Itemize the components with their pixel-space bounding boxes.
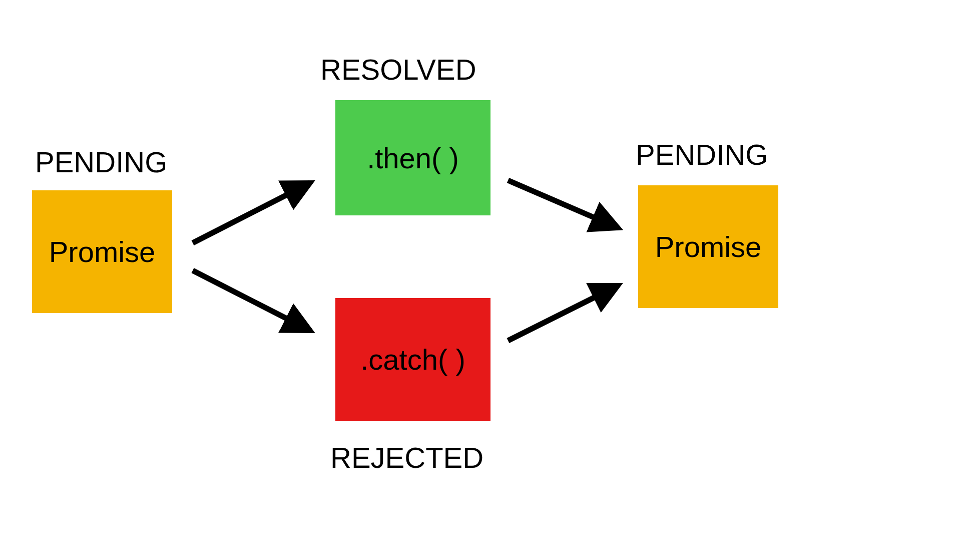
svg-line-4	[508, 286, 618, 341]
arrow-catch-to-promise	[0, 0, 980, 550]
